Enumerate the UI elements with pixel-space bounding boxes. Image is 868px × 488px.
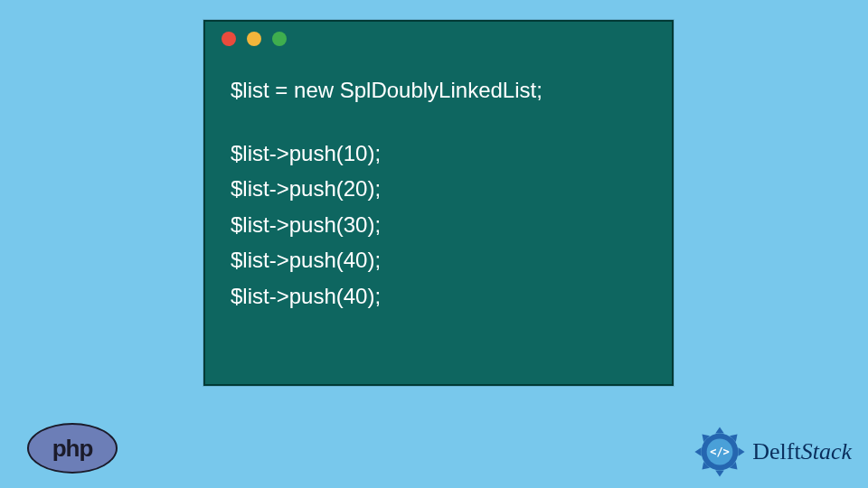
- svg-marker-4: [715, 470, 724, 476]
- close-icon: [222, 32, 236, 46]
- svg-text:</>: </>: [710, 446, 730, 458]
- php-logo-ellipse: php: [27, 423, 118, 474]
- delft-suffix: Stack: [801, 438, 852, 465]
- minimize-icon: [247, 32, 261, 46]
- svg-marker-6: [695, 447, 702, 456]
- code-line: $list->push(20);: [231, 171, 646, 207]
- php-logo-text: php: [52, 435, 93, 463]
- code-line: $list = new SplDoublyLinkedList;: [231, 72, 646, 108]
- code-line: $list->push(10);: [231, 136, 646, 172]
- code-window: $list = new SplDoublyLinkedList; $list->…: [203, 20, 674, 386]
- svg-marker-0: [715, 427, 724, 433]
- delftstack-logo: </> DelftStack: [693, 425, 852, 479]
- delftstack-wordmark: DelftStack: [752, 438, 852, 465]
- code-line: $list->push(30);: [231, 207, 646, 243]
- svg-marker-2: [739, 447, 745, 456]
- delftstack-gear-icon: </>: [693, 425, 747, 479]
- maximize-icon: [272, 32, 287, 46]
- delft-prefix: Delft: [752, 438, 800, 465]
- blank-line: [231, 108, 646, 136]
- code-line: $list->push(40);: [231, 242, 646, 278]
- canvas-area: $list = new SplDoublyLinkedList; $list->…: [0, 0, 868, 488]
- window-titlebar: [205, 22, 672, 56]
- code-line: $list->push(40);: [231, 278, 646, 314]
- php-logo: php: [27, 423, 118, 474]
- code-body: $list = new SplDoublyLinkedList; $list->…: [205, 56, 672, 314]
